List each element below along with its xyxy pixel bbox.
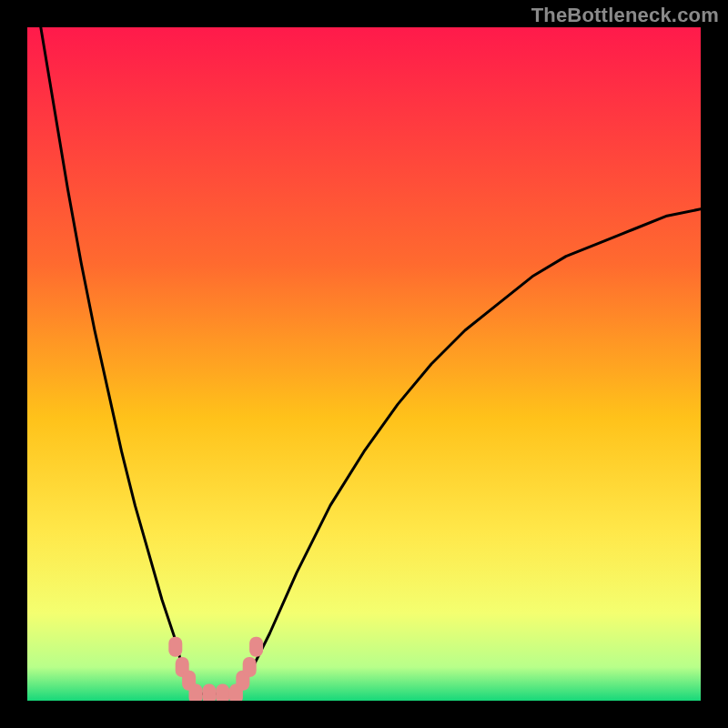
gradient-background — [27, 27, 701, 701]
curve-marker — [202, 684, 216, 701]
watermark-text: TheBottleneck.com — [531, 4, 719, 27]
plot-svg — [27, 27, 701, 701]
curve-marker — [168, 637, 182, 657]
plot-area — [27, 27, 701, 701]
curve-marker — [216, 684, 229, 701]
curve-marker — [189, 684, 203, 701]
curve-marker — [249, 637, 263, 657]
outer-frame: TheBottleneck.com — [0, 0, 728, 728]
curve-marker — [243, 657, 257, 677]
